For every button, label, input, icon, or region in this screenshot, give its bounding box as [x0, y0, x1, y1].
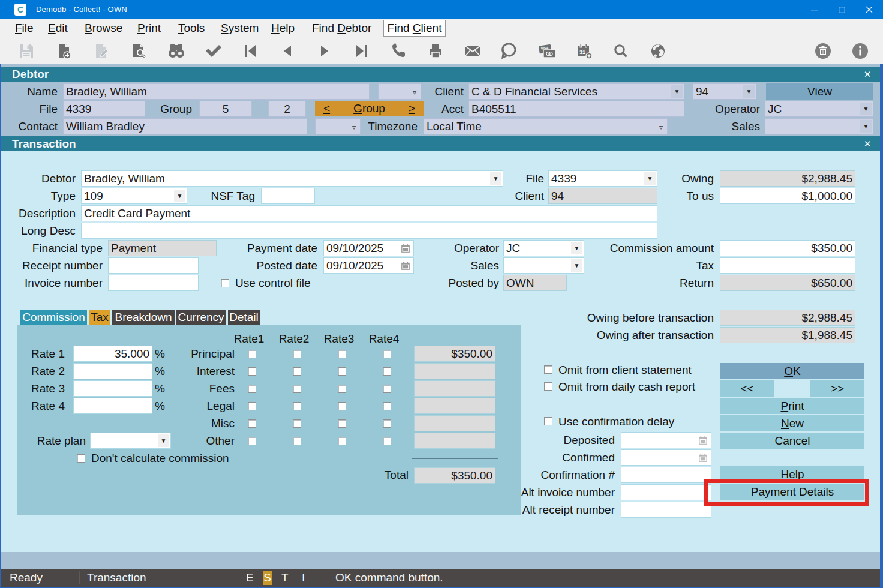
client-number-combobox[interactable]: 94▼: [693, 83, 756, 100]
interest-rate1-checkbox[interactable]: [248, 367, 256, 376]
file-input[interactable]: 4339: [63, 101, 145, 117]
calendar-icon[interactable]: [698, 436, 708, 445]
type-combobox[interactable]: 109▼: [81, 188, 187, 204]
menu-help[interactable]: Help: [271, 21, 295, 35]
dropdown-arrow-icon[interactable]: ▼: [571, 242, 582, 254]
misc-rate2-checkbox[interactable]: [293, 419, 301, 428]
tab-detail[interactable]: Detail: [228, 310, 260, 325]
fees-rate3-checkbox[interactable]: [338, 385, 346, 393]
name-input[interactable]: Bradley, William: [63, 83, 370, 100]
principal-rate3-checkbox[interactable]: [338, 350, 346, 358]
transaction-close-icon[interactable]: ✕: [863, 136, 872, 151]
sales-combobox[interactable]: ▼: [765, 118, 873, 134]
contact-input[interactable]: William Bradley: [63, 118, 307, 134]
dropdown-arrow-icon[interactable]: ▼: [158, 434, 169, 447]
delete-trash-icon[interactable]: [813, 41, 833, 61]
dropdown-arrow-icon[interactable]: ▼: [571, 259, 582, 272]
calendar-icon[interactable]: [698, 453, 708, 463]
rate2-input[interactable]: [73, 363, 152, 379]
nsf-tag-input[interactable]: [261, 188, 315, 204]
commission-amount-input[interactable]: $350.00: [720, 240, 855, 256]
tab-currency[interactable]: Currency: [176, 310, 226, 325]
principal-rate4-checkbox[interactable]: [383, 350, 391, 358]
dropdown-arrow-icon[interactable]: ▼: [860, 120, 872, 133]
misc-rate1-checkbox[interactable]: [248, 419, 256, 428]
to-us-input[interactable]: $1,000.00: [720, 188, 855, 204]
menu-system[interactable]: System: [221, 21, 259, 35]
fees-rate4-checkbox[interactable]: [383, 385, 391, 393]
use-confirmation-delay-checkbox[interactable]: [544, 417, 552, 425]
txn-operator-combobox[interactable]: JC▼: [503, 240, 584, 256]
menu-browse[interactable]: Browse: [85, 21, 122, 35]
debtor-close-icon[interactable]: ✕: [863, 67, 872, 82]
legal-rate4-checkbox[interactable]: [383, 402, 391, 410]
omit-daily-cash-checkbox[interactable]: [544, 382, 552, 391]
misc-rate4-checkbox[interactable]: [383, 419, 391, 428]
use-control-file-checkbox[interactable]: [221, 279, 229, 287]
menu-find-debtor[interactable]: Find Debtor: [312, 21, 371, 35]
new-record-icon[interactable]: [53, 41, 74, 61]
next-record-icon[interactable]: [314, 41, 335, 61]
payment-date-input[interactable]: 09/10/2025: [323, 240, 414, 256]
other-rate4-checkbox[interactable]: [383, 437, 391, 445]
timezone-combobox[interactable]: Local Time▿: [424, 118, 668, 134]
tab-tax[interactable]: Tax: [89, 310, 110, 325]
close-button[interactable]: [855, 0, 883, 19]
alt-invoice-number-input[interactable]: [621, 484, 711, 500]
principal-rate1-checkbox[interactable]: [248, 350, 256, 358]
rate1-input[interactable]: 35.000: [73, 346, 152, 362]
dropdown-arrow-icon[interactable]: ▼: [174, 190, 185, 202]
last-record-icon[interactable]: [352, 41, 372, 61]
search-icon[interactable]: [611, 41, 631, 61]
tab-commission[interactable]: Commission: [20, 310, 87, 325]
principal-rate2-checkbox[interactable]: [293, 350, 301, 358]
menu-print[interactable]: Print: [137, 21, 161, 35]
dropdown-arrow-icon[interactable]: ▼: [743, 85, 755, 98]
other-rate1-checkbox[interactable]: [248, 437, 256, 445]
interest-rate2-checkbox[interactable]: [293, 367, 301, 376]
legal-rate2-checkbox[interactable]: [293, 402, 301, 410]
contact-dropdown[interactable]: ▿: [315, 118, 361, 134]
new-button[interactable]: New: [720, 415, 864, 431]
minimize-button[interactable]: [800, 0, 828, 19]
legal-rate3-checkbox[interactable]: [338, 402, 346, 410]
interest-rate4-checkbox[interactable]: [383, 367, 391, 376]
interest-rate3-checkbox[interactable]: [338, 367, 346, 376]
rate3-input[interactable]: [73, 380, 152, 397]
deposited-input[interactable]: [621, 432, 711, 448]
group-input-1[interactable]: 5: [199, 101, 252, 117]
print-icon[interactable]: [425, 41, 446, 61]
operator-combobox[interactable]: JC▼: [765, 101, 873, 117]
web-globe-icon[interactable]: [648, 41, 668, 61]
other-rate3-checkbox[interactable]: [338, 437, 346, 445]
letter-balloon-icon[interactable]: [499, 41, 519, 61]
menu-find-client[interactable]: Find Client: [383, 20, 446, 37]
first-record-icon[interactable]: [240, 41, 260, 61]
post-check-icon[interactable]: [203, 41, 224, 61]
email-icon[interactable]: [462, 41, 483, 61]
group-input-2[interactable]: 2: [268, 101, 306, 117]
phone-icon[interactable]: [389, 41, 409, 61]
tab-breakdown[interactable]: Breakdown: [112, 310, 175, 325]
info-icon[interactable]: [850, 41, 870, 61]
alt-receipt-number-input[interactable]: [621, 502, 711, 518]
fees-rate2-checkbox[interactable]: [293, 385, 301, 393]
fees-rate1-checkbox[interactable]: [248, 385, 256, 393]
tax-input[interactable]: [720, 257, 855, 274]
txn-debtor-combobox[interactable]: Bradley, William▼: [81, 170, 503, 187]
next-record-button[interactable]: >>: [810, 380, 864, 397]
menu-file[interactable]: File: [15, 21, 34, 35]
rate-plan-combobox[interactable]: ▼: [90, 433, 171, 449]
legal-rate1-checkbox[interactable]: [248, 402, 256, 410]
invoice-number-input[interactable]: [108, 275, 199, 291]
ok-button[interactable]: OK: [720, 363, 864, 379]
prev-record-button[interactable]: <<: [720, 380, 774, 397]
preview-record-icon[interactable]: [128, 41, 149, 61]
menu-edit[interactable]: Edit: [48, 21, 68, 35]
group-prev-label[interactable]: <: [323, 101, 330, 116]
txn-sales-combobox[interactable]: ▼: [503, 257, 584, 274]
dont-calculate-commission-checkbox[interactable]: [77, 454, 85, 463]
other-rate2-checkbox[interactable]: [293, 437, 301, 445]
menu-tools[interactable]: Tools: [178, 21, 205, 35]
save-icon[interactable]: [16, 41, 37, 61]
